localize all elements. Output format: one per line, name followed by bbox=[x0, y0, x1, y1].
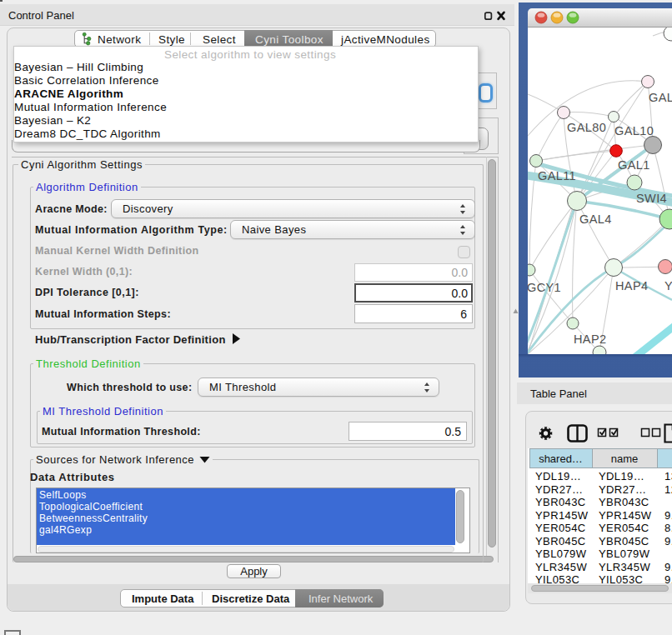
svg-text:GAL11: GAL11 bbox=[538, 169, 576, 182]
svg-text:GCY1: GCY1 bbox=[528, 281, 561, 294]
svg-text:HAP4: HAP4 bbox=[615, 279, 648, 292]
svg-text:GAL1: GAL1 bbox=[618, 158, 650, 172]
svg-text:GAL10: GAL10 bbox=[614, 124, 654, 138]
svg-text:GAL80: GAL80 bbox=[567, 121, 606, 134]
svg-text:HAP2: HAP2 bbox=[574, 332, 606, 346]
svg-text:SWI4: SWI4 bbox=[636, 192, 667, 205]
svg-text:Y: Y bbox=[664, 279, 672, 292]
svg-text:GAL: GAL bbox=[649, 91, 672, 104]
svg-text:GAL4: GAL4 bbox=[579, 212, 612, 226]
